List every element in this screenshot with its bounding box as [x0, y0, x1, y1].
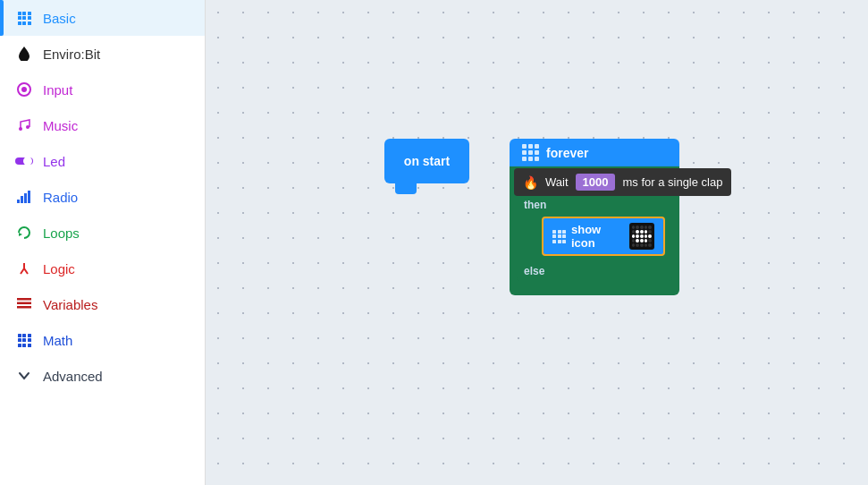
- logic-icon: [14, 259, 34, 278]
- sidebar-item-label-advanced: Advanced: [43, 369, 103, 384]
- sidebar-item-label-radio: Radio: [43, 190, 78, 205]
- sidebar-item-label-basic: Basic: [43, 11, 76, 26]
- sidebar-item-label-variables: Variables: [43, 297, 97, 312]
- on-start-label: on start: [404, 154, 450, 168]
- led-preview: [629, 223, 654, 250]
- svg-point-5: [23, 157, 32, 166]
- drop-icon: [14, 44, 34, 64]
- wait-label: Wait: [545, 175, 569, 189]
- svg-point-1: [21, 87, 27, 92]
- svg-rect-6: [17, 200, 20, 203]
- svg-point-3: [26, 125, 29, 129]
- variables-icon: [14, 294, 34, 314]
- sidebar-item-label-logic: Logic: [43, 261, 75, 277]
- svg-marker-10: [19, 233, 22, 236]
- sidebar-item-math[interactable]: Math: [0, 322, 205, 358]
- sidebar-item-logic[interactable]: Logic: [0, 251, 205, 286]
- on-start-block[interactable]: on start: [384, 139, 469, 183]
- music-icon: [14, 115, 34, 135]
- then-row: then: [517, 195, 672, 215]
- circle-icon: [14, 80, 34, 99]
- sidebar: Basic Enviro:Bit Input Music Led Radio: [0, 0, 206, 485]
- bars-icon: [14, 187, 34, 207]
- math-icon: [14, 330, 34, 350]
- svg-rect-8: [24, 193, 27, 203]
- sidebar-item-label-loops: Loops: [43, 225, 80, 241]
- sidebar-item-radio[interactable]: Radio: [0, 179, 205, 215]
- svg-rect-11: [17, 298, 31, 301]
- then-label: then: [524, 199, 546, 211]
- canvas: on start 🔥 Wait 1000 ms for a single cla…: [206, 0, 868, 485]
- show-icon-label: show icon: [571, 223, 624, 250]
- sidebar-item-input[interactable]: Input: [0, 72, 205, 107]
- sidebar-item-label-math: Math: [43, 333, 72, 348]
- forever-label: forever: [546, 146, 588, 160]
- show-icon-grid-icon: [552, 230, 566, 243]
- wait-ms-input[interactable]: 1000: [576, 174, 616, 191]
- sidebar-item-variables[interactable]: Variables: [0, 286, 205, 322]
- forever-block[interactable]: forever ⚙ if then: [510, 139, 679, 295]
- svg-rect-7: [21, 196, 23, 203]
- sidebar-item-label-envirobit: Enviro:Bit: [43, 47, 100, 62]
- sidebar-item-label-led: Led: [43, 154, 65, 169]
- sidebar-item-basic[interactable]: Basic: [0, 0, 205, 36]
- forever-grid-icon: [522, 144, 539, 161]
- fire-icon: 🔥: [523, 175, 538, 190]
- svg-point-2: [19, 127, 22, 131]
- show-icon-block[interactable]: show icon: [542, 217, 665, 256]
- sidebar-item-label-input: Input: [43, 82, 72, 98]
- sidebar-item-envirobit[interactable]: Enviro:Bit: [0, 36, 205, 72]
- sidebar-item-advanced[interactable]: Advanced: [0, 358, 205, 394]
- svg-rect-12: [17, 302, 31, 305]
- chevron-icon: [14, 366, 34, 386]
- sidebar-item-loops[interactable]: Loops: [0, 215, 205, 251]
- svg-rect-9: [28, 191, 30, 203]
- grid-icon: [14, 8, 34, 28]
- sidebar-item-label-music: Music: [43, 118, 78, 133]
- toggle-icon: [14, 151, 34, 171]
- wait-suffix: ms for a single clap: [622, 175, 722, 189]
- else-label: else: [524, 265, 544, 277]
- sidebar-item-led[interactable]: Led: [0, 143, 205, 179]
- wait-tooltip: 🔥 Wait 1000 ms for a single clap: [514, 168, 731, 196]
- sidebar-item-music[interactable]: Music: [0, 107, 205, 143]
- svg-rect-13: [17, 306, 31, 309]
- loop-icon: [14, 223, 34, 242]
- else-row: else: [517, 261, 672, 281]
- forever-header: forever: [510, 139, 679, 166]
